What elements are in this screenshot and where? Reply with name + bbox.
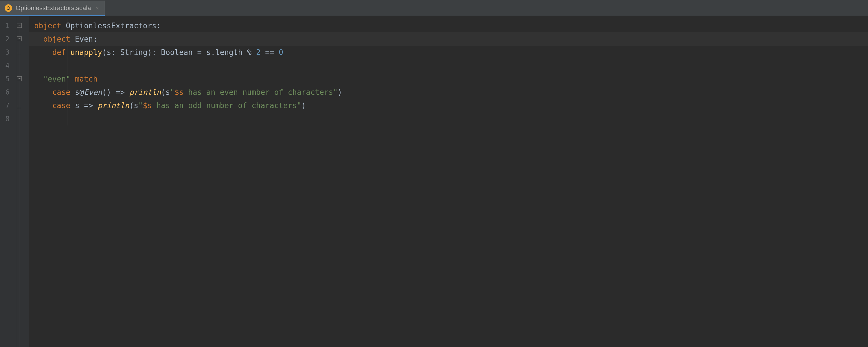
line-number: 5 xyxy=(0,72,16,86)
line-number: 7 xyxy=(0,99,16,112)
fold-end-icon xyxy=(17,52,21,55)
line-number: 2 xyxy=(0,32,16,46)
line-numbers: 1 2 3 4 5 6 7 8 xyxy=(0,19,16,126)
tab-filename: OptionlessExtractors.scala xyxy=(16,4,91,12)
fold-toggle-icon[interactable] xyxy=(17,76,22,81)
line-number: 4 xyxy=(0,59,16,72)
code-line[interactable]: object OptionlessExtractors: xyxy=(29,19,868,32)
fold-toggle-icon[interactable] xyxy=(17,23,22,28)
code-area[interactable]: object OptionlessExtractors: object Even… xyxy=(29,16,868,126)
tab-bar: OptionlessExtractors.scala × xyxy=(0,1,868,16)
line-number: 3 xyxy=(0,46,16,59)
fold-toggle-icon[interactable] xyxy=(17,36,22,41)
code-line[interactable]: def unapply(s: String): Boolean = s.leng… xyxy=(29,46,868,59)
fold-column xyxy=(16,16,29,347)
code-line[interactable] xyxy=(29,112,868,126)
line-number: 6 xyxy=(0,86,16,99)
code-line[interactable]: object Even: xyxy=(29,32,868,46)
tab-active[interactable]: OptionlessExtractors.scala × xyxy=(0,1,105,15)
code-line[interactable]: case s => println(s"$s has an odd number… xyxy=(29,99,868,112)
code-line[interactable]: "even" match xyxy=(29,72,868,86)
gutter: 1 2 3 4 5 6 7 8 xyxy=(0,16,16,347)
line-number: 8 xyxy=(0,112,16,126)
scala-file-icon xyxy=(5,4,12,12)
code-line[interactable] xyxy=(29,59,868,72)
line-number: 1 xyxy=(0,19,16,32)
close-icon[interactable]: × xyxy=(95,5,99,11)
code-line[interactable]: case s@Even() => println(s"$s has an eve… xyxy=(29,86,868,99)
fold-end-icon xyxy=(17,105,21,108)
editor[interactable]: 1 2 3 4 5 6 7 8 object OptionlessExtract… xyxy=(0,16,868,347)
